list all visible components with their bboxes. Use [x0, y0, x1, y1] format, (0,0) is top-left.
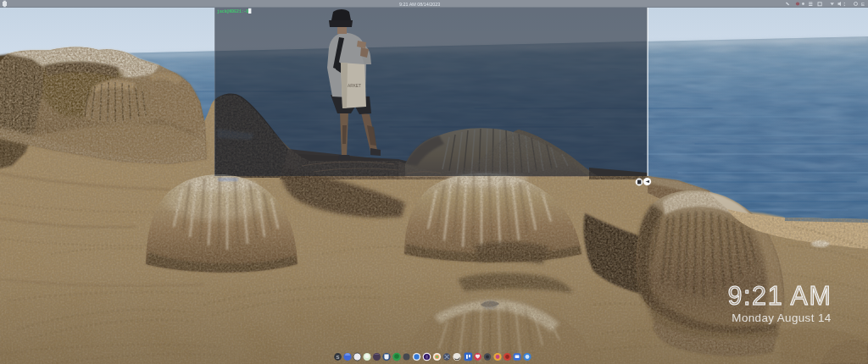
- svg-text:S: S: [336, 355, 339, 360]
- svg-text:E: E: [861, 2, 865, 7]
- svg-text:Monday August 14: Monday August 14: [732, 312, 831, 324]
- svg-text:jack@KDE21:~$: jack@KDE21:~$: [217, 9, 249, 14]
- svg-text:9:21 AM 08/14/2023: 9:21 AM 08/14/2023: [399, 2, 440, 7]
- svg-text:9:21 AM: 9:21 AM: [727, 281, 832, 310]
- svg-text:ARKET: ARKET: [348, 84, 361, 88]
